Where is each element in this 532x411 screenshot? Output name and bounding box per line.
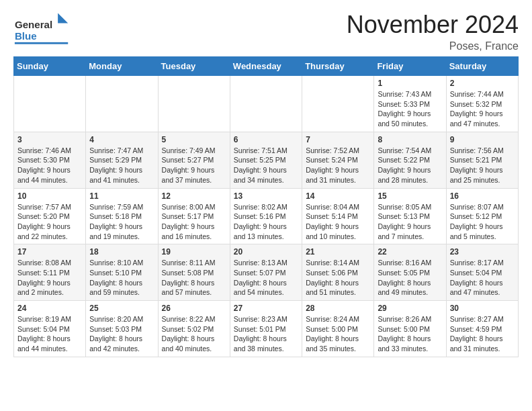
day-info: Sunrise: 8:00 AM Sunset: 5:17 PM Dayligh…	[162, 202, 226, 242]
table-row: 13Sunrise: 8:02 AM Sunset: 5:16 PM Dayli…	[230, 188, 302, 244]
table-row: 4Sunrise: 7:47 AM Sunset: 5:29 PM Daylig…	[86, 132, 158, 188]
day-number: 7	[306, 135, 370, 144]
header-friday: Friday	[374, 57, 446, 76]
day-info: Sunrise: 8:13 AM Sunset: 5:07 PM Dayligh…	[234, 258, 298, 298]
day-info: Sunrise: 7:52 AM Sunset: 5:24 PM Dayligh…	[306, 146, 370, 185]
table-row: 29Sunrise: 8:26 AM Sunset: 5:00 PM Dayli…	[374, 301, 446, 357]
day-number: 14	[306, 191, 370, 201]
table-row: 22Sunrise: 8:16 AM Sunset: 5:05 PM Dayli…	[374, 244, 446, 301]
day-info: Sunrise: 8:23 AM Sunset: 5:01 PM Dayligh…	[234, 314, 298, 354]
table-row: 8Sunrise: 7:54 AM Sunset: 5:22 PM Daylig…	[374, 132, 446, 188]
day-info: Sunrise: 8:16 AM Sunset: 5:05 PM Dayligh…	[378, 258, 442, 298]
day-info: Sunrise: 8:24 AM Sunset: 5:00 PM Dayligh…	[306, 314, 370, 354]
day-info: Sunrise: 8:02 AM Sunset: 5:16 PM Dayligh…	[234, 202, 298, 242]
month-title: November 2024	[347, 11, 519, 39]
day-info: Sunrise: 7:57 AM Sunset: 5:20 PM Dayligh…	[17, 202, 82, 242]
day-number: 6	[234, 135, 298, 144]
day-info: Sunrise: 8:14 AM Sunset: 5:06 PM Dayligh…	[306, 258, 370, 298]
day-number: 20	[234, 247, 298, 257]
day-number: 25	[89, 304, 154, 313]
day-info: Sunrise: 7:44 AM Sunset: 5:32 PM Dayligh…	[450, 89, 515, 129]
header-tuesday: Tuesday	[158, 57, 230, 76]
day-info: Sunrise: 8:27 AM Sunset: 4:59 PM Dayligh…	[450, 314, 515, 354]
day-number: 29	[378, 304, 442, 313]
day-number: 13	[234, 191, 298, 201]
day-info: Sunrise: 7:59 AM Sunset: 5:18 PM Dayligh…	[89, 202, 154, 242]
day-info: Sunrise: 8:22 AM Sunset: 5:02 PM Dayligh…	[162, 314, 226, 354]
day-info: Sunrise: 7:43 AM Sunset: 5:33 PM Dayligh…	[378, 89, 442, 129]
svg-text:General: General	[15, 19, 52, 30]
day-info: Sunrise: 8:17 AM Sunset: 5:04 PM Dayligh…	[450, 258, 515, 298]
day-info: Sunrise: 8:04 AM Sunset: 5:14 PM Dayligh…	[306, 202, 370, 242]
day-number: 4	[89, 135, 154, 144]
day-info: Sunrise: 8:20 AM Sunset: 5:03 PM Dayligh…	[89, 314, 154, 354]
calendar-week-3: 17Sunrise: 8:08 AM Sunset: 5:11 PM Dayli…	[14, 244, 519, 301]
header: General Blue November 2024 Poses, France	[13, 11, 519, 52]
svg-rect-3	[15, 42, 68, 44]
header-wednesday: Wednesday	[230, 57, 302, 76]
table-row: 10Sunrise: 7:57 AM Sunset: 5:20 PM Dayli…	[14, 188, 86, 244]
day-number: 2	[450, 79, 515, 88]
table-row	[14, 76, 86, 132]
day-info: Sunrise: 8:08 AM Sunset: 5:11 PM Dayligh…	[17, 258, 82, 298]
day-info: Sunrise: 7:47 AM Sunset: 5:29 PM Dayligh…	[89, 146, 154, 185]
header-saturday: Saturday	[446, 57, 518, 76]
day-number: 18	[89, 247, 154, 257]
table-row: 21Sunrise: 8:14 AM Sunset: 5:06 PM Dayli…	[302, 244, 374, 301]
day-info: Sunrise: 8:19 AM Sunset: 5:04 PM Dayligh…	[17, 314, 82, 354]
table-row: 18Sunrise: 8:10 AM Sunset: 5:10 PM Dayli…	[86, 244, 158, 301]
day-number: 3	[17, 135, 82, 144]
table-row: 27Sunrise: 8:23 AM Sunset: 5:01 PM Dayli…	[230, 301, 302, 357]
calendar-week-4: 24Sunrise: 8:19 AM Sunset: 5:04 PM Dayli…	[14, 301, 519, 357]
calendar-header-row: Sunday Monday Tuesday Wednesday Thursday…	[14, 57, 519, 76]
page: General Blue November 2024 Poses, France…	[0, 0, 532, 368]
table-row: 3Sunrise: 7:46 AM Sunset: 5:30 PM Daylig…	[14, 132, 86, 188]
table-row: 26Sunrise: 8:22 AM Sunset: 5:02 PM Dayli…	[158, 301, 230, 357]
calendar-week-0: 1Sunrise: 7:43 AM Sunset: 5:33 PM Daylig…	[14, 76, 519, 132]
day-info: Sunrise: 7:56 AM Sunset: 5:21 PM Dayligh…	[450, 146, 515, 185]
title-block: November 2024 Poses, France	[347, 11, 519, 52]
location: Poses, France	[347, 40, 519, 52]
day-number: 15	[378, 191, 442, 201]
header-sunday: Sunday	[14, 57, 86, 76]
day-number: 8	[378, 135, 442, 144]
header-thursday: Thursday	[302, 57, 374, 76]
table-row: 12Sunrise: 8:00 AM Sunset: 5:17 PM Dayli…	[158, 188, 230, 244]
day-number: 5	[162, 135, 226, 144]
logo-svg: General Blue	[13, 11, 71, 48]
table-row: 11Sunrise: 7:59 AM Sunset: 5:18 PM Dayli…	[86, 188, 158, 244]
calendar-table: Sunday Monday Tuesday Wednesday Thursday…	[13, 56, 519, 357]
table-row	[230, 76, 302, 132]
table-row: 14Sunrise: 8:04 AM Sunset: 5:14 PM Dayli…	[302, 188, 374, 244]
table-row	[302, 76, 374, 132]
day-number: 21	[306, 247, 370, 257]
table-row: 1Sunrise: 7:43 AM Sunset: 5:33 PM Daylig…	[374, 76, 446, 132]
table-row: 30Sunrise: 8:27 AM Sunset: 4:59 PM Dayli…	[446, 301, 518, 357]
day-number: 28	[306, 304, 370, 313]
calendar-week-1: 3Sunrise: 7:46 AM Sunset: 5:30 PM Daylig…	[14, 132, 519, 188]
table-row: 9Sunrise: 7:56 AM Sunset: 5:21 PM Daylig…	[446, 132, 518, 188]
day-number: 19	[162, 247, 226, 257]
table-row: 6Sunrise: 7:51 AM Sunset: 5:25 PM Daylig…	[230, 132, 302, 188]
day-number: 26	[162, 304, 226, 313]
table-row: 19Sunrise: 8:11 AM Sunset: 5:08 PM Dayli…	[158, 244, 230, 301]
day-info: Sunrise: 8:11 AM Sunset: 5:08 PM Dayligh…	[162, 258, 226, 298]
table-row	[86, 76, 158, 132]
day-info: Sunrise: 8:26 AM Sunset: 5:00 PM Dayligh…	[378, 314, 442, 354]
day-number: 24	[17, 304, 82, 313]
day-info: Sunrise: 8:10 AM Sunset: 5:10 PM Dayligh…	[89, 258, 154, 298]
table-row	[158, 76, 230, 132]
day-number: 11	[89, 191, 154, 201]
table-row: 7Sunrise: 7:52 AM Sunset: 5:24 PM Daylig…	[302, 132, 374, 188]
logo: General Blue	[13, 11, 71, 48]
table-row: 24Sunrise: 8:19 AM Sunset: 5:04 PM Dayli…	[14, 301, 86, 357]
day-number: 12	[162, 191, 226, 201]
day-number: 10	[17, 191, 82, 201]
day-number: 1	[378, 79, 442, 88]
table-row: 2Sunrise: 7:44 AM Sunset: 5:32 PM Daylig…	[446, 76, 518, 132]
day-number: 9	[450, 135, 515, 144]
day-info: Sunrise: 7:54 AM Sunset: 5:22 PM Dayligh…	[378, 146, 442, 185]
day-number: 23	[450, 247, 515, 257]
header-monday: Monday	[86, 57, 158, 76]
day-number: 22	[378, 247, 442, 257]
